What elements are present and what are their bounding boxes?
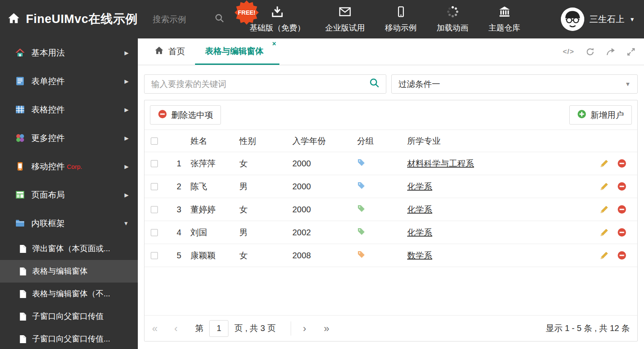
chevron-right-icon: ▶ xyxy=(124,50,129,56)
cell-gender: 男 xyxy=(239,227,292,238)
layout-icon xyxy=(15,190,25,200)
cell-gender: 男 xyxy=(239,181,292,192)
tab-bar: 首页 表格与编辑窗体 × </> xyxy=(138,38,644,65)
sidebar-item-mobile-controls[interactable]: 移动控件 Corp. ▶ xyxy=(0,152,138,181)
row-index: 1 xyxy=(170,159,181,168)
search-icon[interactable] xyxy=(369,78,380,90)
colored-dots-icon xyxy=(15,133,25,143)
app-title: FineUIMvc在线示例 xyxy=(26,11,138,28)
download-icon xyxy=(271,5,284,20)
cell-name: 陈飞 xyxy=(181,181,239,192)
delete-row-icon[interactable] xyxy=(617,159,626,168)
sidebar-item-grid-controls[interactable]: 表格控件 ▶ xyxy=(0,95,138,124)
nav-item-enterprise-trial[interactable]: 企业版试用 xyxy=(315,0,375,38)
last-page-button[interactable]: » xyxy=(324,324,329,334)
open-in-new-icon[interactable] xyxy=(606,47,615,56)
sidebar-item-more-controls[interactable]: 更多控件 ▶ xyxy=(0,124,138,152)
row-checkbox[interactable] xyxy=(151,206,158,213)
edit-pencil-icon[interactable] xyxy=(600,205,609,214)
expand-icon[interactable] xyxy=(626,47,636,56)
cell-name: 刘国 xyxy=(181,227,239,238)
sidebar-subitem-popup-window[interactable]: 弹出窗体（本页面或... xyxy=(0,237,138,260)
grid-panel: 删除选中项 新增用户 姓名 性别 入学年份 分组 所学专业 1 张萍萍 女 xyxy=(144,100,638,341)
nav-label: 主题仓库 xyxy=(489,23,520,33)
cell-name: 董婷婷 xyxy=(181,204,239,215)
prev-page-button[interactable]: ‹ xyxy=(174,324,177,334)
header-search-input[interactable] xyxy=(152,14,215,25)
filter-dropdown[interactable]: 过滤条件一 ▼ xyxy=(391,74,638,94)
add-user-button[interactable]: 新增用户 xyxy=(569,105,632,125)
table-row[interactable]: 2 陈飞 男 2000 化学系 xyxy=(145,175,637,198)
edit-pencil-icon[interactable] xyxy=(600,228,609,237)
phone-icon xyxy=(15,161,25,171)
major-link[interactable]: 材料科学与工程系 xyxy=(407,159,474,168)
delete-row-icon[interactable] xyxy=(617,205,626,214)
record-summary: 显示 1 - 5 条 , 共 12 条 xyxy=(546,323,630,334)
header-nav: FREE! 基础版（免费） 企业版试用 移动示例 xyxy=(240,0,530,38)
app-header: FineUIMvc在线示例 FREE! 基础版（免费） 企业版试用 移动示例 xyxy=(0,0,644,38)
row-checkbox[interactable] xyxy=(151,229,158,236)
major-link[interactable]: 数学系 xyxy=(407,251,432,260)
select-all-checkbox[interactable] xyxy=(151,138,158,145)
brand[interactable]: FineUIMvc在线示例 xyxy=(8,11,138,28)
chevron-down-icon: ▼ xyxy=(629,16,635,23)
nav-item-theme-store[interactable]: 主题仓库 xyxy=(479,0,530,38)
chevron-down-icon: ▼ xyxy=(625,81,631,87)
major-link[interactable]: 化学系 xyxy=(407,228,432,237)
table-row[interactable]: 3 董婷婷 女 2000 化学系 xyxy=(145,198,637,221)
nav-item-loading-animation[interactable]: 加载动画 xyxy=(427,0,479,38)
sidebar-item-label: 移动控件 xyxy=(31,161,65,172)
row-checkbox[interactable] xyxy=(151,183,158,190)
table-row[interactable]: 5 康颖颖 女 2008 数学系 xyxy=(145,244,637,267)
tab-home[interactable]: 首页 xyxy=(145,38,195,65)
sidebar-item-label: 更多控件 xyxy=(31,132,65,144)
edit-pencil-icon[interactable] xyxy=(600,159,609,168)
sidebar-subitem-child-to-parent[interactable]: 子窗口向父窗口传值 xyxy=(0,305,138,328)
refresh-icon[interactable] xyxy=(586,47,595,56)
page-number-input[interactable] xyxy=(209,320,228,337)
nav-item-basic-free[interactable]: FREE! 基础版（免费） xyxy=(240,0,315,38)
table-row[interactable]: 1 张萍萍 女 2000 材料科学与工程系 xyxy=(145,152,637,175)
delete-selected-button[interactable]: 删除选中项 xyxy=(150,105,221,125)
major-link[interactable]: 化学系 xyxy=(407,182,432,191)
keyword-search-input[interactable] xyxy=(150,79,369,89)
chevron-right-icon: ▶ xyxy=(124,135,129,141)
table-row[interactable]: 4 刘国 男 2002 化学系 xyxy=(145,221,637,244)
nav-item-mobile-demo[interactable]: 移动示例 xyxy=(375,0,427,38)
user-menu[interactable]: 三生石上 ▼ xyxy=(561,8,635,31)
next-page-button[interactable]: › xyxy=(303,324,306,334)
free-badge: FREE! xyxy=(235,0,259,25)
page-suffix: 页 , 共 3 页 xyxy=(234,323,276,334)
delete-row-icon[interactable] xyxy=(617,228,626,237)
sidebar-subitem-grid-edit-window-2[interactable]: 表格与编辑窗体（不... xyxy=(0,283,138,305)
row-checkbox[interactable] xyxy=(151,252,158,259)
chevron-right-icon: ▶ xyxy=(124,107,129,113)
sidebar-subitem-child-to-parent-2[interactable]: 子窗口向父窗口传值... xyxy=(0,328,138,349)
close-icon[interactable]: × xyxy=(272,41,276,47)
row-checkbox[interactable] xyxy=(151,160,158,167)
page-prefix: 第 xyxy=(195,323,203,334)
edit-pencil-icon[interactable] xyxy=(600,251,609,260)
grid-toolbar: 删除选中项 新增用户 xyxy=(145,100,637,130)
sidebar-item-page-layout[interactable]: 页面布局 ▶ xyxy=(0,181,138,209)
tag-icon xyxy=(357,204,365,215)
edit-pencil-icon[interactable] xyxy=(600,182,609,191)
sidebar-item-label: 内联框架 xyxy=(31,218,65,229)
avatar xyxy=(561,8,584,31)
sidebar-subitem-grid-edit-window[interactable]: 表格与编辑窗体 xyxy=(0,260,138,283)
header-search xyxy=(152,13,225,25)
delete-row-icon[interactable] xyxy=(617,182,626,191)
first-page-button[interactable]: « xyxy=(152,324,157,334)
tab-grid-edit-window[interactable]: 表格与编辑窗体 × xyxy=(195,38,279,65)
source-code-icon[interactable]: </> xyxy=(563,48,574,56)
sidebar-item-iframe[interactable]: 内联框架 ▼ xyxy=(0,209,138,237)
delete-row-icon[interactable] xyxy=(617,251,626,260)
search-icon[interactable] xyxy=(215,13,225,25)
sidebar-subitem-label: 弹出窗体（本页面或... xyxy=(32,243,110,254)
major-link[interactable]: 化学系 xyxy=(407,205,432,214)
col-group: 分组 xyxy=(357,135,407,147)
plus-circle-icon xyxy=(577,110,586,121)
sidebar-item-label: 页面布局 xyxy=(31,189,65,201)
sidebar-item-basic-usage[interactable]: 基本用法 ▶ xyxy=(0,38,138,67)
sidebar-item-form-controls[interactable]: 表单控件 ▶ xyxy=(0,67,138,95)
